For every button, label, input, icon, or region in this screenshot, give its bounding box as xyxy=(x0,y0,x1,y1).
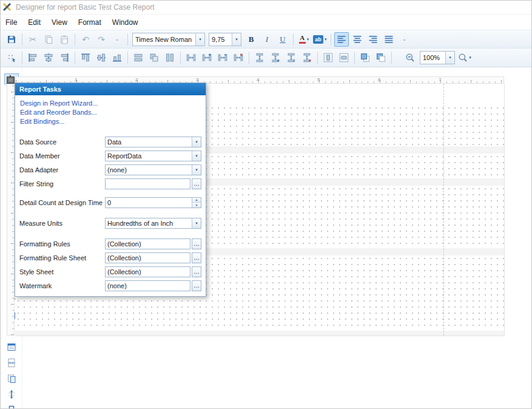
style-sheet-ellipsis-button[interactable]: … xyxy=(192,266,201,277)
link-edit-and-reorder-bands[interactable]: Edit and Reorder Bands... xyxy=(20,108,206,117)
combo-value: Hundredths of an Inch xyxy=(106,218,192,228)
redo-button[interactable]: ↷ xyxy=(94,32,109,47)
menu-item-window[interactable]: Window xyxy=(112,16,144,29)
save-button[interactable] xyxy=(4,32,19,47)
spin-down-icon[interactable]: ▼ xyxy=(192,202,201,208)
h-spacing-equal-button[interactable] xyxy=(184,50,198,65)
toolbox-cross-band-line[interactable] xyxy=(4,389,19,400)
v-spacing-equal-button[interactable] xyxy=(252,50,267,65)
ruler-corner[interactable] xyxy=(7,76,15,84)
menu-item-view[interactable]: View xyxy=(52,16,73,29)
formatting-rules-ellipsis-button[interactable]: … xyxy=(192,238,201,249)
bold-button[interactable]: B xyxy=(244,32,258,47)
align-tops-icon xyxy=(81,53,90,63)
watermark-input[interactable]: (none) xyxy=(105,280,190,291)
v-spacing-decrease-button[interactable] xyxy=(284,50,298,65)
chevron-down-icon[interactable]: ▾ xyxy=(325,37,327,42)
toolbox-cross-band-box[interactable] xyxy=(4,405,19,409)
formatting-rule-sheet-ellipsis-button[interactable]: … xyxy=(192,252,201,263)
align-to-grid-button[interactable] xyxy=(4,50,19,65)
paste-button[interactable] xyxy=(57,32,72,47)
filter-string-ellipsis-button[interactable]: … xyxy=(192,178,201,189)
font-color-button[interactable]: A ▾ xyxy=(297,32,311,47)
detail-count-spinner[interactable]: 0 ▲ ▼ xyxy=(105,197,201,208)
chevron-down-icon[interactable]: ▾ xyxy=(307,37,309,42)
make-same-width-button[interactable] xyxy=(131,50,146,65)
menu-item-file[interactable]: File xyxy=(5,16,23,29)
menu-item-format[interactable]: Format xyxy=(78,16,107,29)
center-horizontally-button[interactable] xyxy=(321,50,335,65)
data-adapter-combo[interactable]: (none) ▾ xyxy=(105,164,201,175)
bring-to-front-button[interactable] xyxy=(358,50,372,65)
field-label: Data Member xyxy=(19,152,105,160)
v-spacing-remove-button[interactable] xyxy=(300,50,314,65)
formatting-rules-input[interactable]: (Collection) xyxy=(105,238,190,249)
spinner-buttons[interactable]: ▲ ▼ xyxy=(192,198,201,208)
field-label: Formatting Rules xyxy=(19,240,105,248)
align-centers-button[interactable] xyxy=(41,50,56,65)
spacer xyxy=(15,191,206,195)
chevron-down-icon[interactable]: ▾ xyxy=(192,137,201,147)
undo-button[interactable]: ↶ xyxy=(78,32,93,47)
h-spacing-decrease-button[interactable] xyxy=(215,50,230,65)
design-surface: A A 10 Σ 1 2 3 4 xyxy=(1,67,531,409)
band-bottom-margin[interactable] xyxy=(15,331,504,336)
align-bottoms-button[interactable] xyxy=(110,50,124,65)
h-spacing-remove-button[interactable] xyxy=(231,50,246,65)
toolbox-page-break[interactable] xyxy=(4,357,19,368)
chevron-down-icon[interactable]: ▾ xyxy=(195,33,204,46)
undo-redo-dropdown[interactable]: ⌄ xyxy=(110,32,124,47)
align-middles-button[interactable] xyxy=(94,50,109,65)
copy-button[interactable] xyxy=(41,32,56,47)
v-spacing-increase-button[interactable] xyxy=(268,50,283,65)
cut-button[interactable]: ✂ xyxy=(25,32,40,47)
spin-up-icon[interactable]: ▲ xyxy=(192,198,201,203)
toolbox-table-of-contents[interactable] xyxy=(4,342,19,353)
make-same-size-button[interactable] xyxy=(147,50,161,65)
align-tops-button[interactable] xyxy=(78,50,93,65)
align-rights-button[interactable] xyxy=(57,50,72,65)
chevron-down-icon[interactable]: ▾ xyxy=(232,33,241,46)
field-row-style-sheet: Style Sheet (Collection) … xyxy=(15,265,206,279)
filter-string-input[interactable] xyxy=(105,178,190,189)
zoom-dropdown-button[interactable]: ▾ xyxy=(457,50,472,65)
font-size-combo[interactable]: 9,75 ▾ xyxy=(209,33,241,46)
center-vertically-icon xyxy=(339,53,349,63)
align-text-justify-button[interactable] xyxy=(382,32,396,47)
cross-band-line-icon xyxy=(7,390,16,399)
link-design-in-report-wizard[interactable]: Design in Report Wizard... xyxy=(20,99,206,108)
chevron-down-icon[interactable]: ▾ xyxy=(445,52,454,64)
chevron-down-icon[interactable]: ▾ xyxy=(192,151,201,161)
align-text-right-button[interactable] xyxy=(366,32,380,47)
formatting-rule-sheet-input[interactable]: (Collection) xyxy=(105,252,190,263)
align-text-center-button[interactable] xyxy=(350,32,365,47)
highlight-color-button[interactable]: ab ▾ xyxy=(312,32,328,47)
make-same-height-button[interactable] xyxy=(163,50,177,65)
data-source-combo[interactable]: Data ▾ xyxy=(105,137,201,147)
watermark-ellipsis-button[interactable]: … xyxy=(192,280,201,291)
separator xyxy=(127,52,128,64)
zoom-out-button[interactable] xyxy=(403,50,417,65)
style-sheet-input[interactable]: (Collection) xyxy=(105,266,190,277)
align-text-left-button[interactable] xyxy=(334,32,349,47)
data-member-combo[interactable]: ReportData ▾ xyxy=(105,150,201,161)
send-to-back-button[interactable] xyxy=(374,50,388,65)
font-name-combo[interactable]: Times New Roman ▾ xyxy=(132,33,205,46)
toolbox-subreport[interactable] xyxy=(4,373,19,384)
vertical-ruler[interactable] xyxy=(7,84,15,336)
underline-button[interactable]: U xyxy=(275,32,290,47)
chevron-down-icon[interactable]: ▾ xyxy=(192,218,201,228)
chevron-down-icon[interactable]: ▾ xyxy=(192,165,201,175)
measure-units-combo[interactable]: Hundredths of an Inch ▾ xyxy=(105,218,201,229)
italic-button[interactable]: I xyxy=(260,32,274,47)
menu-item-edit[interactable]: Edit xyxy=(28,16,47,29)
cut-icon: ✂ xyxy=(29,35,36,44)
toolbar-overflow-button[interactable]: ⌄ xyxy=(397,32,412,47)
h-spacing-increase-button[interactable] xyxy=(200,50,214,65)
center-vertically-button[interactable] xyxy=(337,50,351,65)
ruler-number: 5 xyxy=(317,77,320,83)
align-lefts-button[interactable] xyxy=(25,50,40,65)
zoom-combo[interactable]: 100% ▾ xyxy=(420,51,455,64)
separator xyxy=(249,52,249,64)
link-edit-bindings[interactable]: Edit Bindings... xyxy=(20,117,206,126)
